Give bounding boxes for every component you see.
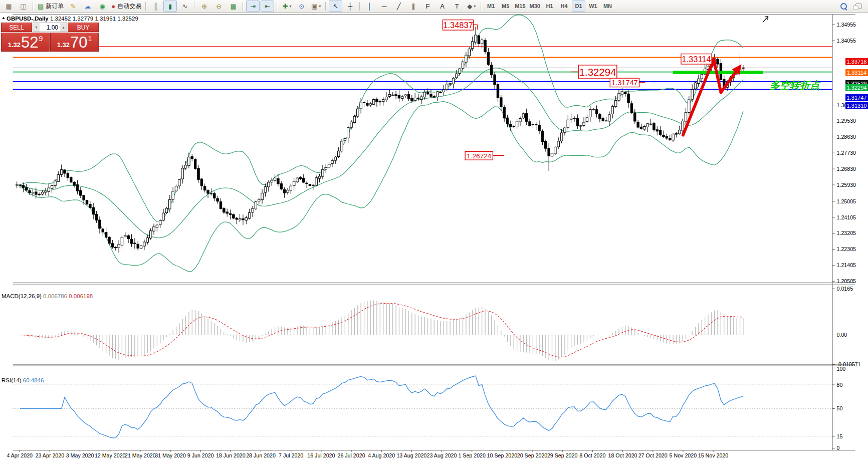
zoom-out-button[interactable]: ⊖: [212, 1, 226, 12]
chart-canvas[interactable]: 1.349551.340551.304301.295301.286301.277…: [0, 14, 868, 474]
svg-text:1.34837: 1.34837: [443, 21, 473, 30]
price-annotation[interactable]: 1.31747: [610, 78, 645, 87]
price-axis-label: 1.21405: [836, 262, 856, 268]
horizontal-line-button[interactable]: ─: [377, 1, 391, 12]
profiles-icon: ◫: [20, 3, 26, 10]
buy-price-button[interactable]: 1.32 70 1: [50, 33, 99, 52]
cursor-button[interactable]: ↖: [329, 1, 342, 12]
line-chart-icon: ∿: [182, 3, 187, 10]
chart-shift-button[interactable]: ⇤: [261, 1, 274, 12]
timeframe-w1-button[interactable]: W1: [586, 1, 600, 12]
volume-up-button[interactable]: ▲: [60, 23, 67, 32]
trend-arrow-up-1[interactable]: [683, 59, 714, 135]
bar-chart-button[interactable]: ║: [149, 1, 162, 12]
toolbar-separator: [359, 2, 360, 11]
signals-button[interactable]: ◉: [95, 1, 109, 12]
fibonacci-icon: F: [426, 3, 430, 10]
rsi-indicator-label: RSI(14) 60.4846: [2, 377, 44, 383]
macd-panel: [17, 300, 743, 361]
date-axis-label: 4 Aug 2020: [368, 452, 395, 458]
line-chart-button[interactable]: ∿: [178, 1, 191, 12]
price-axis-label: 1.27730: [836, 150, 856, 156]
date-axis-label: 16 Jul 2020: [307, 452, 335, 458]
equidistant-channel-icon: ∥: [411, 3, 415, 10]
timeframe-m5-button[interactable]: M5: [499, 1, 512, 12]
periods-button[interactable]: ⊙: [295, 1, 308, 12]
history-center-button[interactable]: ✎: [66, 1, 80, 12]
search-button[interactable]: [837, 1, 850, 12]
rsi-axis-label: 0: [836, 445, 839, 451]
text-button[interactable]: A: [436, 1, 449, 12]
volume-down-button[interactable]: ▼: [33, 23, 40, 32]
price-annotation[interactable]: 1.26724: [465, 152, 504, 160]
new-order-button[interactable]: ▤新订单: [36, 1, 65, 12]
svg-text:1.31747: 1.31747: [611, 79, 638, 87]
drawn-objects[interactable]: 1.348371.331141.322941.317471.26724: [443, 17, 768, 160]
templates-button[interactable]: ▣▾: [309, 1, 323, 12]
timeframe-m1-button[interactable]: M1: [484, 1, 498, 12]
timeframe-h4-button[interactable]: H4: [557, 1, 571, 12]
date-axis-label: 18 Oct 2020: [608, 452, 637, 458]
price-axis-label: 1.25930: [836, 182, 856, 188]
horizontal-line-icon: ─: [382, 3, 386, 10]
periods-icon: ⊙: [299, 3, 304, 10]
indicators-button[interactable]: ✚▾: [280, 1, 294, 12]
equidistant-channel-button[interactable]: ∥: [406, 1, 420, 12]
rsi-value: 60.4846: [23, 377, 44, 383]
date-axis-label: 23 Aug 2020: [427, 452, 457, 458]
tile-windows-icon: ▦: [231, 3, 237, 10]
timeframe-d1-button[interactable]: D1: [572, 1, 585, 12]
timeframe-mn-button[interactable]: MN: [601, 1, 614, 12]
auto-trading-button[interactable]: ●自动交易: [110, 1, 143, 12]
price-annotation[interactable]: 1.32294: [571, 65, 617, 79]
price-annotation[interactable]: 1.34837: [443, 20, 477, 30]
toolbar-separator: [277, 2, 278, 11]
price-axis-label: 1.22305: [836, 246, 856, 252]
date-axis-label: 13 Aug 2020: [396, 452, 426, 458]
chat-button[interactable]: [851, 1, 865, 12]
shapes-button[interactable]: ◆▾: [465, 1, 478, 12]
timeframe-m30-button[interactable]: M30: [528, 1, 542, 12]
sell-button[interactable]: SELL: [1, 23, 32, 32]
fibonacci-button[interactable]: F: [421, 1, 435, 12]
zoom-in-button[interactable]: ⊕: [197, 1, 211, 12]
auto-scroll-button[interactable]: ⇥: [246, 1, 260, 12]
text-label-icon: T: [455, 3, 459, 10]
timeframe-m15-button[interactable]: M15: [513, 1, 527, 12]
signals-icon: ◉: [99, 3, 105, 10]
timeframe-h1-button[interactable]: H1: [543, 1, 556, 12]
one-click-trading-panel: SELL ▼ 1.00 ▲ BUY 1.32 52 9 1.32 70 1: [1, 23, 99, 52]
date-axis-label: 9 Jun 2020: [187, 452, 214, 458]
price-annotation[interactable]: 1.33114: [681, 54, 715, 64]
price-axis-label: 1.26830: [836, 166, 856, 172]
bollinger-bands: [17, 15, 743, 272]
date-axis-label: 7 Jul 2020: [279, 452, 303, 458]
trendline-button[interactable]: ╱: [392, 1, 405, 12]
candlestick-chart-button[interactable]: ▮: [163, 1, 177, 12]
date-axis-label: 4 Apr 2020: [7, 452, 33, 458]
templates-icon: ▣: [311, 3, 317, 10]
price-level-badge: 1.32294: [845, 84, 868, 91]
vertical-line-button[interactable]: │: [363, 1, 376, 12]
one-click-panel-toggle[interactable]: ▲: [2, 16, 6, 20]
auto-trading-icon: ●: [111, 3, 115, 10]
community-button[interactable]: ☁: [81, 1, 94, 12]
price-level-badge: 1.33716: [845, 58, 868, 65]
price-axis-label: 1.24105: [836, 214, 856, 220]
buy-price-main: 70: [70, 35, 87, 50]
profiles-button[interactable]: ◫: [17, 1, 30, 12]
history-center-icon: ✎: [70, 3, 76, 10]
bull-bear-turning-point-note[interactable]: 多空转折点: [770, 79, 820, 92]
crosshair-button[interactable]: ┼: [343, 1, 357, 12]
date-axis-label: 10 Sep 2020: [487, 452, 518, 458]
buy-button[interactable]: BUY: [68, 23, 99, 32]
tile-windows-button[interactable]: ▦: [227, 1, 240, 12]
date-axis-label: 27 Oct 2020: [638, 452, 668, 458]
sell-price-button[interactable]: 1.32 52 9: [1, 33, 50, 52]
volume-input[interactable]: 1.00: [40, 23, 60, 32]
text-label-button[interactable]: T: [450, 1, 464, 12]
new-chart-button[interactable]: ▦: [2, 1, 16, 12]
chart-symbol-header: GBPUSD-,Daily 1.32452 1.32779 1.31951 1.…: [7, 16, 138, 22]
candlesticks: [16, 27, 744, 253]
auto-scroll-icon: ⇥: [250, 3, 256, 10]
